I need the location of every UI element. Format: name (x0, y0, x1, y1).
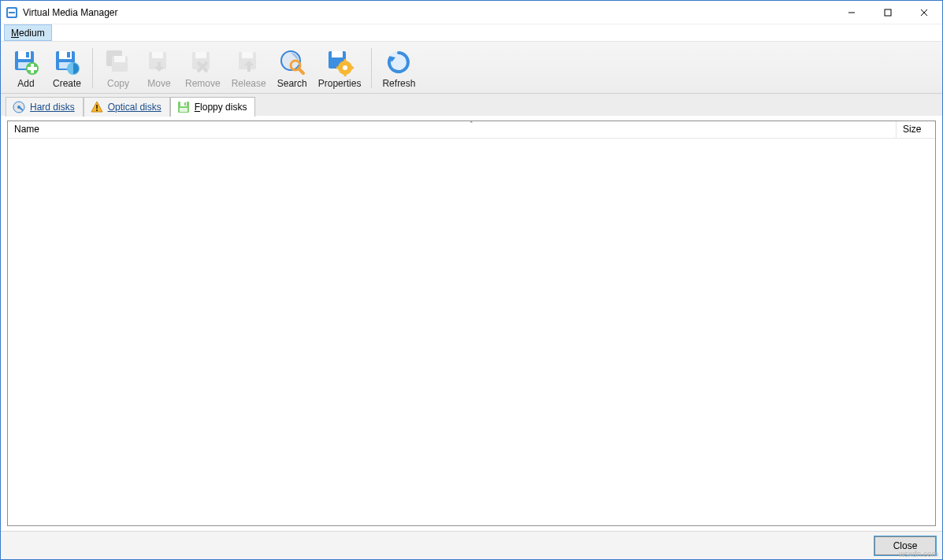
add-button[interactable]: Add (6, 45, 46, 91)
app-icon (6, 6, 18, 19)
properties-label: Properties (318, 78, 362, 89)
svg-rect-16 (67, 52, 70, 57)
svg-line-32 (299, 69, 303, 73)
svg-rect-13 (28, 67, 37, 70)
content-area: ˄ Name Size (1, 116, 942, 531)
tab-floppy-disks[interactable]: Floppy disks (170, 97, 256, 117)
column-header-name[interactable]: Name (8, 121, 896, 138)
svg-rect-23 (152, 52, 163, 58)
search-button[interactable]: Search (272, 45, 313, 91)
move-button: Move (139, 45, 180, 91)
move-label: Move (147, 78, 170, 89)
tab-strip: Hard disks Optical disks Floppy disks (1, 94, 942, 116)
svg-rect-25 (195, 52, 206, 58)
svg-rect-34 (332, 51, 343, 57)
window-title: Virtual Media Manager (23, 7, 833, 18)
column-header-size[interactable]: Size (896, 121, 935, 138)
svg-point-36 (343, 65, 347, 70)
toolbar-separator (92, 48, 93, 88)
refresh-label: Refresh (382, 78, 415, 89)
close-window-button[interactable] (906, 1, 942, 24)
release-button: Release (226, 45, 272, 91)
release-label: Release (232, 78, 266, 89)
menubar: Medium (1, 24, 942, 42)
svg-rect-52 (180, 108, 187, 112)
menu-medium[interactable]: Medium (4, 24, 52, 41)
toolbar-separator (371, 48, 372, 88)
properties-button[interactable]: Properties (313, 45, 367, 91)
refresh-button[interactable]: Refresh (377, 45, 421, 91)
properties-icon (325, 47, 355, 77)
list-body (8, 139, 935, 525)
tab-hard-disks[interactable]: Hard disks (6, 97, 84, 117)
tab-optical-disks[interactable]: Optical disks (84, 97, 170, 117)
remove-label: Remove (185, 78, 221, 89)
floppy-add-icon (11, 47, 41, 77)
toolbar: Add Create Copy Move Remove Release (1, 42, 942, 94)
tab-label: Hard disks (30, 102, 75, 113)
create-label: Create (53, 78, 81, 89)
sort-indicator-icon: ˄ (470, 121, 473, 128)
svg-rect-29 (242, 52, 253, 58)
refresh-icon (384, 47, 414, 77)
media-list[interactable]: ˄ Name Size (7, 121, 936, 526)
copy-label: Copy (107, 78, 129, 89)
hard-disk-icon (13, 101, 25, 113)
titlebar: Virtual Media Manager (1, 1, 942, 24)
warning-icon (91, 101, 103, 113)
create-button[interactable]: Create (46, 45, 87, 91)
svg-rect-4 (885, 9, 891, 16)
search-icon (277, 47, 307, 77)
remove-button: Remove (180, 45, 226, 91)
close-button[interactable]: Close (874, 536, 936, 555)
svg-rect-51 (184, 102, 186, 106)
svg-rect-47 (96, 105, 98, 109)
floppy-move-icon (144, 47, 174, 77)
copy-button: Copy (98, 45, 139, 91)
svg-rect-21 (114, 56, 125, 62)
floppy-create-icon (52, 47, 82, 77)
tab-label: Optical disks (108, 102, 161, 113)
svg-rect-9 (26, 52, 29, 57)
footer: Close (1, 531, 942, 559)
maximize-button[interactable] (870, 1, 906, 24)
floppy-icon (177, 101, 190, 113)
svg-rect-48 (96, 109, 98, 111)
tab-label: Floppy disks (195, 102, 247, 113)
search-label: Search (277, 78, 307, 89)
column-header-row: ˄ Name Size (8, 121, 935, 139)
minimize-button[interactable] (833, 1, 870, 24)
floppy-remove-icon (187, 47, 217, 77)
add-label: Add (17, 78, 34, 89)
svg-rect-2 (9, 12, 15, 13)
floppy-release-icon (234, 47, 264, 77)
floppy-copy-icon (103, 47, 133, 77)
